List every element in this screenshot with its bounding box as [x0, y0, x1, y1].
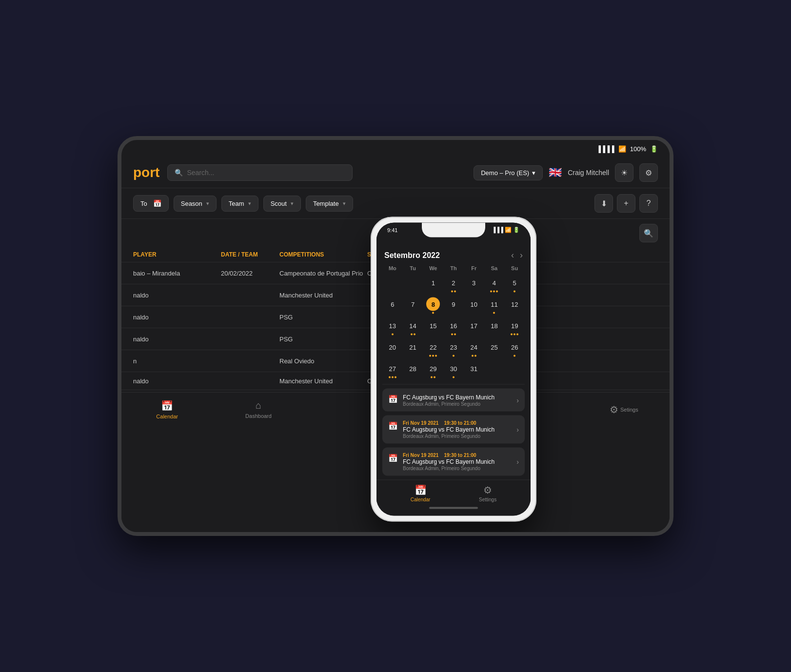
calendar-header: Setembro 2022 ‹ › — [376, 244, 531, 264]
calendar-day[interactable]: 17 — [464, 317, 484, 337]
table-search-button[interactable]: 🔍 — [639, 224, 658, 242]
calendar-month: Setembro 2022 — [384, 251, 440, 259]
theme-toggle-button[interactable]: ☀ — [615, 163, 633, 182]
calendar-day[interactable]: 4 — [484, 274, 505, 295]
calendar-day[interactable]: 5 — [504, 274, 525, 295]
calendar-day[interactable]: 10 — [464, 296, 484, 316]
cell-date: 20/02/2022 — [221, 270, 279, 277]
calendar-day[interactable]: 20 — [382, 338, 403, 359]
calendar-day[interactable]: 9 — [443, 296, 464, 316]
calendar-day — [382, 274, 403, 295]
calendar-day[interactable]: 1 — [423, 274, 443, 295]
calendar-day[interactable]: 30 — [443, 360, 464, 380]
event-item[interactable]: 📅 Fri Nov 19 2021 19:30 to 21:00 FC Augs… — [382, 448, 525, 476]
calendar-day[interactable]: 24 — [464, 338, 484, 359]
event-cal-icon: 📅 — [388, 395, 398, 404]
scout-filter-button[interactable]: Scout ▾ — [263, 196, 301, 212]
calendar-day[interactable]: 13 — [382, 317, 403, 337]
help-button[interactable]: ? — [639, 194, 658, 213]
phone-settings-icon: ⚙ — [483, 484, 492, 496]
to-filter-button[interactable]: To 📅 — [133, 195, 169, 212]
search-icon-table: 🔍 — [644, 229, 653, 238]
calendar-day[interactable]: 19 — [504, 317, 525, 337]
settings-button[interactable]: ⚙ — [639, 163, 658, 182]
calendar-nav: ‹ › — [511, 250, 523, 260]
download-icon: ⬇ — [601, 199, 607, 208]
download-button[interactable]: ⬇ — [594, 194, 613, 213]
phone-nav-calendar-label: Calendar — [411, 497, 431, 502]
template-filter-button[interactable]: Template ▾ — [306, 196, 353, 212]
event-item[interactable]: 📅 Fri Nov 19 2021 19:30 to 21:00 FC Augs… — [382, 415, 525, 444]
calendar-day[interactable]: 23 — [443, 338, 464, 359]
event-sub: Bordeaux Admin, Primeiro Segundo — [403, 401, 512, 407]
wifi-icon: 📶 — [618, 145, 626, 153]
cell-player: naldo — [133, 336, 221, 343]
calendar-day[interactable]: 15 — [423, 317, 443, 337]
cell-competition: PSG — [279, 314, 367, 321]
calendar-prev-button[interactable]: ‹ — [511, 250, 514, 260]
event-info: FC Augsburg vs FC Bayern Munich Bordeaux… — [403, 394, 512, 407]
cell-player: naldo — [133, 314, 221, 321]
calendar-next-button[interactable]: › — [520, 250, 523, 260]
template-filter-label: Template — [313, 200, 339, 207]
cell-competition: Real Oviedo — [279, 357, 367, 365]
calendar-day[interactable]: 14 — [403, 317, 423, 337]
calendar-day[interactable]: 27 — [382, 360, 403, 380]
calendar-day[interactable]: 18 — [484, 317, 505, 337]
calendar-day[interactable]: 29 — [423, 360, 443, 380]
phone-nav-calendar[interactable]: 📅 Calendar — [411, 484, 431, 502]
signal-icon: ▐▐▐▐ — [596, 145, 614, 153]
calendar-day[interactable]: 3 — [464, 274, 484, 295]
search-bar[interactable]: 🔍 Search... — [167, 164, 353, 181]
phone-content: Setembro 2022 ‹ › Mo Tu We Th — [376, 244, 531, 516]
cell-competition: PSG — [279, 336, 367, 343]
calendar-day[interactable]: 21 — [403, 338, 423, 359]
phone-nav-settings[interactable]: ⚙ Settings — [479, 484, 496, 502]
calendar-weekdays: Mo Tu We Th Fr Sa Su — [382, 264, 525, 272]
phone-signal: ▐▐▐ 📶 🔋 — [492, 227, 520, 233]
event-time: Fri Nov 19 2021 19:30 to 21:00 — [403, 420, 512, 426]
calendar-day[interactable]: 25 — [484, 338, 505, 359]
calendar-day[interactable]: 16 — [443, 317, 464, 337]
nav-calendar[interactable]: 📅 Calendar — [121, 400, 213, 419]
cell-competition: Manchester United — [279, 292, 367, 299]
calendar-day[interactable]: 7 — [403, 296, 423, 316]
calendar-day[interactable]: 11 — [484, 296, 505, 316]
weekday-fr: Fr — [464, 264, 484, 272]
event-chevron: › — [516, 458, 519, 466]
phone-notch-area: 9:41 ▐▐▐ 📶 🔋 — [376, 223, 531, 244]
header-right: Demo – Pro (ES) ▾ 🇬🇧 Craig Mitchell ☀ ⚙ — [474, 163, 658, 182]
calendar-day[interactable]: 22 — [423, 338, 443, 359]
calendar-day[interactable]: 28 — [403, 360, 423, 380]
season-filter-button[interactable]: Season ▾ — [174, 196, 217, 212]
search-placeholder: Search... — [187, 169, 214, 177]
cell-competition: Manchester United — [279, 377, 367, 385]
event-item[interactable]: 📅 FC Augsburg vs FC Bayern Munich Bordea… — [382, 389, 525, 412]
calendar-days: 1234567891011121314151617181920212223242… — [382, 274, 525, 380]
template-chevron: ▾ — [343, 200, 346, 207]
calendar-day[interactable]: 31 — [464, 360, 484, 380]
weekday-tu: Tu — [403, 264, 423, 272]
team-filter-button[interactable]: Team ▾ — [221, 196, 258, 212]
demo-button[interactable]: Demo – Pro (ES) ▾ — [474, 165, 543, 180]
add-button[interactable]: + — [617, 194, 635, 213]
calendar-day[interactable]: 8 — [423, 296, 443, 316]
phone-home-bar — [429, 507, 478, 509]
calendar-day[interactable]: 6 — [382, 296, 403, 316]
phone-notch — [422, 223, 485, 237]
phone-inner: 9:41 ▐▐▐ 📶 🔋 Setembro 2022 ‹ › — [376, 223, 531, 516]
calendar-day[interactable]: 12 — [504, 296, 525, 316]
weekday-sa: Sa — [484, 264, 505, 272]
nav-settings-label: Setings — [620, 407, 638, 413]
demo-label: Demo – Pro (ES) — [481, 169, 529, 177]
event-sub: Bordeaux Admin, Primeiro Segundo — [403, 466, 512, 471]
calendar-day[interactable]: 26 — [504, 338, 525, 359]
nav-settings[interactable]: ⚙ Setings — [578, 404, 670, 415]
season-chevron: ▾ — [206, 200, 209, 207]
calendar-day[interactable]: 2 — [443, 274, 464, 295]
calendar-divider — [382, 384, 525, 385]
phone-overlay: 9:41 ▐▐▐ 📶 🔋 Setembro 2022 ‹ › — [371, 217, 536, 522]
app-logo: port — [133, 165, 159, 180]
nav-dashboard[interactable]: ⌂ Dashboard — [213, 400, 304, 419]
logo-text: ort — [141, 165, 159, 180]
